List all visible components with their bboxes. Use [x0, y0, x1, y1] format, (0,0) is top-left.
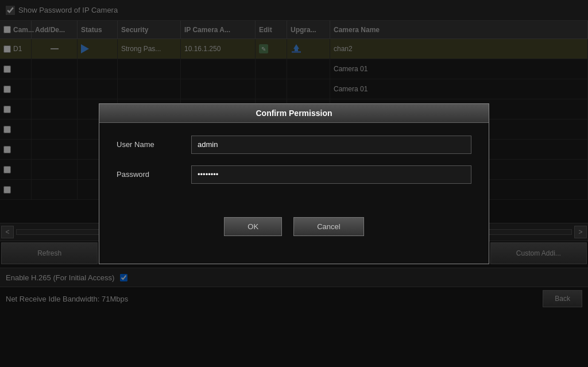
modal-overlay: Confirm Permission User Name admin Passw…: [0, 0, 588, 367]
username-label: User Name: [117, 140, 191, 149]
ok-button[interactable]: OK: [224, 217, 282, 236]
username-field: User Name admin: [117, 134, 471, 155]
modal-footer: OK Cancel: [99, 206, 489, 248]
modal-title: Confirm Permission: [99, 104, 489, 123]
confirm-permission-dialog: Confirm Permission User Name admin Passw…: [99, 103, 489, 264]
username-value[interactable]: admin: [191, 136, 471, 154]
password-field: Password ••••••••: [117, 164, 471, 185]
password-value[interactable]: ••••••••: [191, 165, 471, 184]
username-text: admin: [198, 140, 218, 149]
password-text: ••••••••: [198, 170, 218, 179]
cancel-button[interactable]: Cancel: [293, 217, 363, 236]
modal-body: User Name admin Password ••••••••: [99, 123, 489, 206]
password-label: Password: [117, 170, 191, 179]
